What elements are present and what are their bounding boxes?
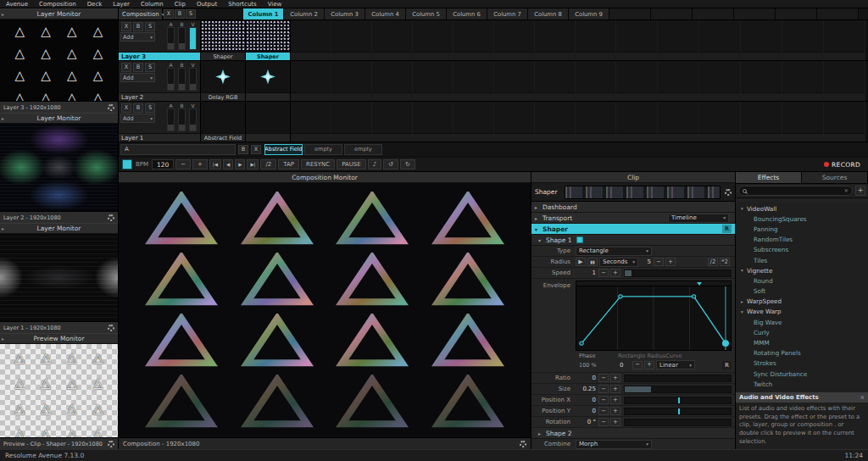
layer-bypass-button[interactable]: B (133, 103, 143, 113)
clip-name[interactable]: Shaper (535, 188, 560, 196)
decrement-button[interactable]: − (654, 258, 664, 266)
increment-button[interactable]: + (610, 269, 620, 277)
empty-clip-slot[interactable] (413, 61, 453, 101)
add-effect-button[interactable]: + (855, 186, 865, 196)
rotation-slider[interactable] (624, 419, 732, 426)
collapse-icon[interactable]: ▸ (2, 116, 4, 121)
empty-clip-slot[interactable] (658, 102, 699, 142)
effect-preset[interactable]: Tiles (736, 255, 868, 265)
menu-item-avenue[interactable]: Avenue (6, 1, 28, 8)
radius-unit-dropdown[interactable]: Seconds▾ (599, 258, 638, 267)
bpm-increment-button[interactable]: + (192, 159, 208, 169)
undo-icon[interactable]: ↺ (383, 159, 398, 169)
layer-close-button[interactable]: X (121, 63, 131, 72)
empty-clip-slot[interactable] (413, 102, 453, 142)
increment-button[interactable]: + (610, 407, 620, 415)
effect-group[interactable]: ▸WarpSpeed (736, 297, 868, 307)
menu-item-deck[interactable]: Deck (87, 1, 103, 8)
radius-value[interactable]: 5 (641, 258, 651, 265)
increment-button[interactable]: + (644, 361, 654, 369)
decrement-button[interactable]: − (598, 269, 609, 277)
empty-clip-slot[interactable] (291, 61, 331, 101)
clip-cell[interactable]: Delay RGB (201, 61, 246, 101)
layer-fader-a[interactable]: A (166, 62, 175, 91)
phase-value[interactable]: 100 % (579, 362, 618, 369)
crossfader-b-button[interactable]: B (238, 145, 248, 154)
empty-clip-slot[interactable] (413, 20, 453, 60)
gear-icon[interactable] (725, 189, 732, 196)
shape1-checkbox[interactable] (576, 236, 583, 243)
layer-fader-v[interactable]: V (188, 103, 198, 131)
position-y-slider[interactable] (624, 408, 732, 415)
increment-button[interactable]: + (610, 385, 620, 393)
ratio-slider[interactable] (624, 375, 732, 382)
empty-clip-slot[interactable] (576, 61, 616, 101)
layer-solo-button[interactable]: S (145, 22, 155, 31)
menu-item-column[interactable]: Column (141, 1, 164, 8)
layer-close-button[interactable]: X (121, 103, 131, 113)
empty-clip-slot[interactable] (616, 61, 658, 101)
effect-preset[interactable]: Strokes (736, 358, 868, 369)
clip-cell[interactable]: Shaper (201, 20, 246, 60)
composition-tab[interactable]: Composition▾ (119, 8, 163, 19)
radius-pause-button[interactable]: ▮▮ (587, 258, 598, 266)
empty-clip-slot[interactable] (453, 61, 494, 101)
size-value[interactable]: 0.25 (576, 386, 596, 392)
chevron-down-icon[interactable]: ▾ (741, 309, 747, 314)
empty-clip-slot[interactable] (824, 102, 865, 142)
position-x-value[interactable]: 0 (576, 397, 596, 403)
empty-clip-slot[interactable] (616, 20, 658, 60)
envelope-playhead-strip[interactable] (576, 280, 732, 286)
layer-close-button[interactable]: X (121, 22, 131, 31)
empty-clip-slot[interactable] (453, 102, 494, 142)
gear-icon[interactable] (108, 104, 114, 111)
clip-cell[interactable]: Abstract Field (201, 102, 246, 142)
effect-preset[interactable]: Sync Disturbance (736, 369, 868, 379)
column-header-9[interactable]: Column 9 (569, 8, 609, 19)
effect-preset[interactable]: Panning (736, 224, 868, 234)
layer-name-label[interactable]: Layer 3 (119, 52, 200, 60)
clear-search-icon[interactable]: × (844, 187, 849, 194)
menu-item-clip[interactable]: Clip (175, 1, 186, 8)
nudge-button-3[interactable]: ▶| (247, 159, 259, 169)
layer-fader-v[interactable]: V (188, 62, 198, 91)
empty-clip-slot[interactable] (372, 102, 413, 142)
queue-tab-0[interactable]: Abstract Field (264, 144, 303, 155)
increment-button[interactable]: + (610, 418, 620, 426)
empty-clip-slot[interactable] (331, 20, 372, 60)
empty-clip-slot[interactable] (291, 102, 331, 142)
empty-clip-slot[interactable] (494, 20, 535, 60)
effect-group[interactable]: ▾Vignette (736, 265, 868, 275)
layer-add-dropdown[interactable]: Add ▾ (120, 32, 155, 42)
effect-preset[interactable]: Round (736, 275, 868, 286)
effect-group[interactable]: ▾Wave Warp (736, 307, 868, 317)
empty-clip-slot[interactable] (494, 102, 535, 142)
menu-item-layer[interactable]: Layer (113, 1, 130, 8)
empty-clip-slot[interactable] (494, 61, 535, 101)
section-shaper[interactable]: ▾ShaperR (531, 224, 735, 235)
effect-preset[interactable]: Twitch (736, 379, 868, 389)
empty-clip-slot[interactable] (616, 102, 658, 142)
effect-group[interactable]: ▾VideoWall (736, 203, 868, 214)
empty-clip-slot[interactable] (782, 102, 824, 142)
increment-button[interactable]: + (665, 258, 676, 266)
tap-button[interactable]: TAP (278, 159, 299, 169)
record-button[interactable]: RECORD (820, 159, 865, 170)
speed-value[interactable]: 1 (576, 269, 596, 276)
combine-dropdown[interactable]: Morph▾ (576, 440, 652, 449)
chevron-right-icon[interactable]: ▸ (741, 299, 747, 304)
chevron-down-icon[interactable]: ▾ (741, 268, 747, 273)
layer-fader-a[interactable]: A (166, 21, 175, 50)
column-header-1[interactable]: Column 1 (243, 8, 284, 19)
menu-item-composition[interactable]: Composition (39, 1, 76, 8)
resync-button[interactable]: RESYNC (301, 159, 335, 169)
empty-clip-slot[interactable] (372, 20, 413, 60)
layer-name-label[interactable]: Layer 1 (119, 133, 200, 142)
layer-bypass-button[interactable]: B (133, 22, 143, 31)
composition-bypass-button[interactable]: B (175, 9, 185, 19)
composition-close-button[interactable]: X (164, 9, 174, 19)
section-shape1[interactable]: ▾Shape 1 (531, 235, 735, 246)
empty-clip-slot[interactable] (453, 20, 494, 60)
queue-tab-2[interactable]: empty (344, 144, 382, 155)
queue-tab-1[interactable]: empty (304, 144, 342, 155)
